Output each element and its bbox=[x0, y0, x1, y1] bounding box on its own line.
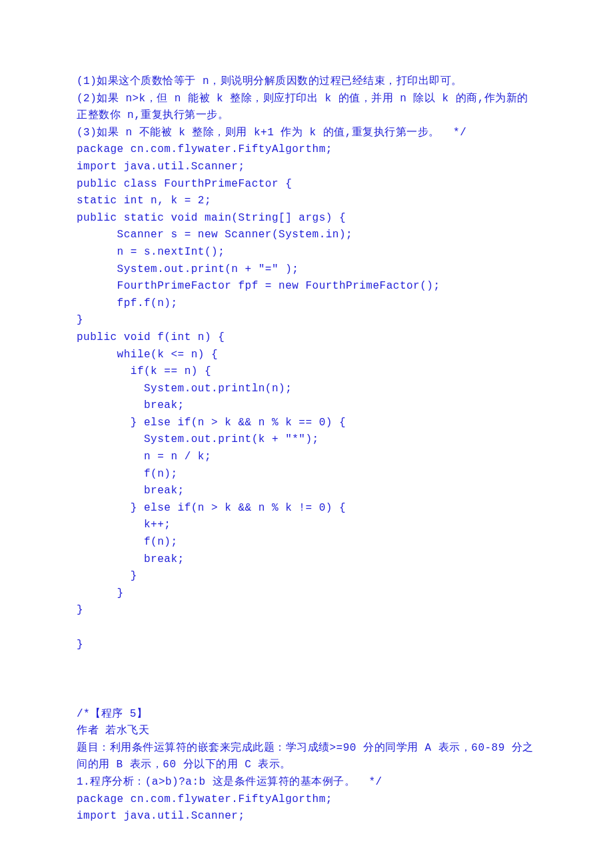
code-line: 题目：利用条件运算符的嵌套来完成此题：学习成绩>=90 分的同学用 A 表示，6… bbox=[77, 740, 536, 774]
document-page: (1)如果这个质数恰等于 n，则说明分解质因数的过程已经结束，打印出即可。 (2… bbox=[0, 0, 613, 868]
code-line: } else if(n > k && n % k == 0) { bbox=[77, 415, 536, 432]
code-line: Scanner s = new Scanner(System.in); bbox=[77, 227, 536, 244]
code-line: break; bbox=[77, 551, 536, 569]
code-line: if(k == n) { bbox=[77, 363, 536, 381]
code-line: 1.程序分析：(a>b)?a:b 这是条件运算符的基本例子。 */ bbox=[77, 774, 536, 791]
code-line: package cn.com.flywater.FiftyAlgorthm; bbox=[77, 141, 536, 159]
code-line: /*【程序 5】 bbox=[77, 706, 536, 723]
code-line: public class FourthPrimeFactor { bbox=[77, 176, 536, 193]
code-line: (1)如果这个质数恰等于 n，则说明分解质因数的过程已经结束，打印出即可。 bbox=[77, 73, 536, 91]
code-line: break; bbox=[77, 397, 536, 415]
code-line: f(n); bbox=[77, 534, 536, 551]
code-line: } bbox=[77, 602, 536, 619]
code-line: f(n); bbox=[77, 466, 536, 483]
code-line: System.out.print(k + "*"); bbox=[77, 431, 536, 449]
code-line: System.out.print(n + "=" ); bbox=[77, 261, 536, 279]
code-line: n = s.nextInt(); bbox=[77, 244, 536, 261]
blank-section bbox=[77, 654, 536, 689]
code-line: package cn.com.flywater.FiftyAlgorthm; bbox=[77, 791, 536, 809]
blank-line bbox=[77, 619, 536, 637]
code-line: System.out.println(n); bbox=[77, 381, 536, 398]
code-line: 作者 若水飞天 bbox=[77, 723, 536, 740]
code-line: static int n, k = 2; bbox=[77, 193, 536, 210]
code-line: n = n / k; bbox=[77, 449, 536, 466]
code-line: } bbox=[77, 585, 536, 603]
code-line: while(k <= n) { bbox=[77, 347, 536, 364]
code-line: public void f(int n) { bbox=[77, 329, 536, 347]
code-line: public static void main(String[] args) { bbox=[77, 210, 536, 227]
code-line: break; bbox=[77, 483, 536, 500]
code-line: } else if(n > k && n % k != 0) { bbox=[77, 500, 536, 517]
code-line: import java.util.Scanner; bbox=[77, 159, 536, 176]
code-line: fpf.f(n); bbox=[77, 295, 536, 313]
code-line: import java.util.Scanner; bbox=[77, 808, 536, 825]
code-line: FourthPrimeFactor fpf = new FourthPrimeF… bbox=[77, 278, 536, 295]
code-line: } bbox=[77, 568, 536, 585]
code-line: k++; bbox=[77, 517, 536, 534]
code-line: (2)如果 n>k，但 n 能被 k 整除，则应打印出 k 的值，并用 n 除以… bbox=[77, 91, 536, 125]
code-line: (3)如果 n 不能被 k 整除，则用 k+1 作为 k 的值,重复执行第一步。… bbox=[77, 125, 536, 142]
blank-line bbox=[77, 689, 536, 706]
code-line: } bbox=[77, 637, 536, 654]
code-line: } bbox=[77, 312, 536, 329]
